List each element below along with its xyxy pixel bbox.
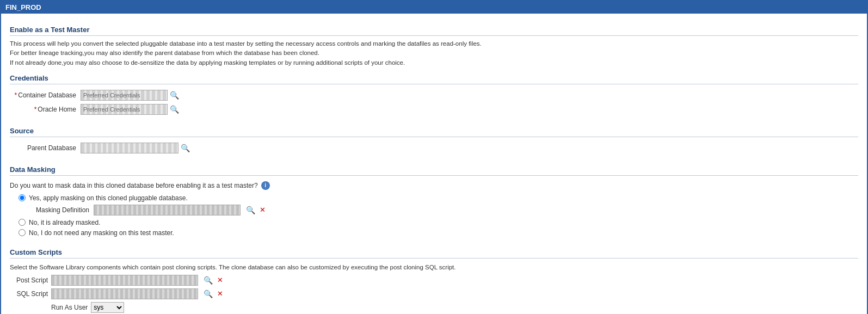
- post-script-search-button[interactable]: 🔍: [204, 276, 213, 285]
- info-icon[interactable]: i: [261, 181, 270, 190]
- parent-db-label: Parent Database: [10, 144, 81, 152]
- container-db-label: *Container Database: [10, 91, 81, 99]
- masking-question: Do you want to mask data in this cloned …: [10, 181, 858, 190]
- radio-no-need-label: No, I do not need any masking on this te…: [29, 229, 174, 237]
- credentials-section: *Container Database 🔍 *Oracle Home 🔍: [10, 88, 858, 120]
- post-script-clear-button[interactable]: ✕: [217, 276, 223, 284]
- masking-def-label: Masking Definition: [36, 206, 90, 214]
- enable-section-header: Enable as a Test Master: [10, 26, 858, 36]
- post-script-label: Post Script: [10, 276, 48, 284]
- source-section-header: Source: [10, 127, 858, 137]
- radio-no-masked-label: No, it is already masked.: [29, 219, 100, 226]
- custom-scripts-section-header: Custom Scripts: [10, 248, 858, 258]
- radio-yes-label: Yes, apply masking on this cloned plugga…: [29, 194, 188, 202]
- sql-script-row: SQL Script 🔍 ✕: [10, 288, 858, 299]
- masking-def-clear-button[interactable]: ✕: [260, 206, 266, 214]
- parent-db-row: Parent Database 🔍: [10, 143, 858, 153]
- run-as-row: Run As User sys system: [51, 302, 858, 313]
- radio-no-need[interactable]: [19, 229, 26, 236]
- main-window: FIN_PROD Enable as a Test Master This pr…: [0, 0, 868, 314]
- container-db-search-button[interactable]: 🔍: [170, 91, 179, 100]
- oracle-home-label: *Oracle Home: [10, 106, 81, 113]
- sql-script-label: SQL Script: [10, 290, 48, 298]
- content-area: Enable as a Test Master This process wil…: [1, 14, 867, 314]
- data-masking-section-header: Data Masking: [10, 165, 858, 176]
- run-as-label: Run As User: [51, 304, 88, 311]
- post-script-input[interactable]: [51, 275, 198, 286]
- masking-radio-group: Yes, apply masking on this cloned plugga…: [19, 194, 858, 237]
- run-as-select[interactable]: sys system: [91, 302, 124, 313]
- sql-script-search-button[interactable]: 🔍: [204, 290, 213, 298]
- sql-script-clear-button[interactable]: ✕: [217, 290, 223, 298]
- custom-scripts-section: Select the Software Library components w…: [10, 262, 858, 314]
- radio-yes-row: Yes, apply masking on this cloned plugga…: [19, 194, 858, 202]
- source-section: Parent Database 🔍: [10, 140, 858, 159]
- masking-def-input[interactable]: [94, 205, 241, 216]
- required-indicator: *: [34, 106, 37, 113]
- container-db-input[interactable]: [81, 90, 168, 101]
- radio-yes[interactable]: [19, 194, 26, 201]
- oracle-home-row: *Oracle Home 🔍: [10, 104, 858, 115]
- required-indicator: *: [15, 91, 17, 99]
- scripts-description: Select the Software Library components w…: [10, 264, 858, 270]
- masking-def-row: Masking Definition 🔍 ✕: [36, 205, 858, 216]
- parent-db-search-button[interactable]: 🔍: [181, 144, 190, 152]
- credentials-section-header: Credentials: [10, 74, 858, 84]
- container-db-row: *Container Database 🔍: [10, 90, 858, 101]
- parent-db-input[interactable]: [81, 143, 178, 153]
- radio-no-need-row: No, I do not need any masking on this te…: [19, 229, 858, 237]
- oracle-home-input[interactable]: [81, 104, 168, 115]
- radio-no-masked[interactable]: [19, 219, 26, 226]
- sql-script-input[interactable]: [51, 288, 198, 299]
- window-title: FIN_PROD: [1, 1, 867, 14]
- data-masking-section: Do you want to mask data in this cloned …: [10, 179, 858, 242]
- radio-no-masked-row: No, it is already masked.: [19, 219, 858, 226]
- masking-def-search-button[interactable]: 🔍: [246, 206, 255, 214]
- post-script-row: Post Script 🔍 ✕: [10, 275, 858, 286]
- oracle-home-search-button[interactable]: 🔍: [170, 105, 179, 114]
- enable-description: This process will help you convert the s…: [10, 39, 858, 67]
